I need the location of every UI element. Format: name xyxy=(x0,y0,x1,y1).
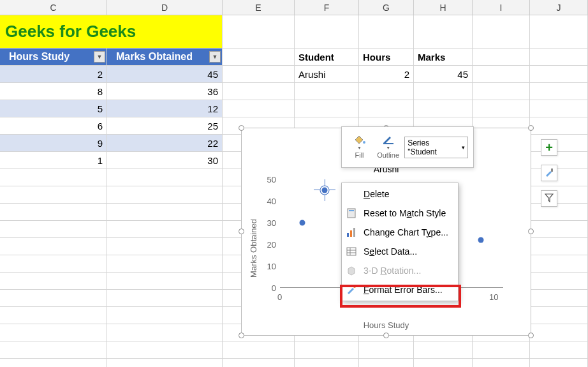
cell[interactable] xyxy=(107,290,223,307)
cell[interactable] xyxy=(0,221,107,238)
ctx-reset-style[interactable]: Reset to Match Style xyxy=(342,204,458,223)
cell[interactable] xyxy=(0,186,107,204)
cell[interactable] xyxy=(295,83,359,100)
cell[interactable] xyxy=(0,169,107,186)
cell[interactable] xyxy=(223,341,295,359)
cell[interactable] xyxy=(530,307,588,324)
cell[interactable] xyxy=(530,83,588,100)
cell[interactable] xyxy=(530,255,588,273)
cell[interactable] xyxy=(223,359,295,367)
cell[interactable] xyxy=(473,359,530,367)
cell[interactable] xyxy=(107,341,223,359)
cell[interactable] xyxy=(359,83,414,100)
cell[interactable] xyxy=(107,186,223,204)
cell[interactable] xyxy=(414,359,473,367)
cell[interactable] xyxy=(107,238,223,255)
cell[interactable] xyxy=(0,341,107,359)
cell[interactable] xyxy=(295,100,359,117)
chart-filters-button[interactable] xyxy=(541,190,557,207)
cell[interactable] xyxy=(223,49,295,66)
cell[interactable] xyxy=(530,221,588,238)
ctx-delete[interactable]: Delete xyxy=(342,184,458,204)
cell[interactable]: 45 xyxy=(414,66,473,83)
cell[interactable] xyxy=(530,341,588,359)
cell[interactable] xyxy=(530,135,588,152)
cell[interactable] xyxy=(530,324,588,341)
cell[interactable] xyxy=(473,83,530,100)
table-cell[interactable]: 30 xyxy=(107,152,223,169)
ctx-format-error-bars[interactable]: Format Error Bars... xyxy=(342,280,458,299)
table-cell[interactable]: 8 xyxy=(0,83,107,100)
table-cell[interactable]: 25 xyxy=(107,117,223,135)
title-banner[interactable]: Geeks for Geeks xyxy=(0,15,223,49)
colheader-h[interactable]: H xyxy=(414,0,473,15)
cell[interactable] xyxy=(473,15,530,49)
cell[interactable] xyxy=(530,359,588,367)
cell[interactable] xyxy=(223,100,295,117)
cell[interactable] xyxy=(414,15,473,49)
colheader-f[interactable]: F xyxy=(295,0,359,15)
cell[interactable] xyxy=(530,186,588,204)
colheader-d[interactable]: D xyxy=(107,0,223,15)
cell[interactable] xyxy=(473,100,530,117)
cell[interactable] xyxy=(0,307,107,324)
data-point[interactable] xyxy=(478,237,484,243)
cell[interactable] xyxy=(0,204,107,221)
cell[interactable] xyxy=(107,359,223,367)
cell[interactable] xyxy=(107,255,223,273)
cell[interactable] xyxy=(0,273,107,290)
cell[interactable] xyxy=(107,273,223,290)
colheader-i[interactable]: I xyxy=(473,0,530,15)
table-cell[interactable]: 5 xyxy=(0,100,107,117)
cell[interactable] xyxy=(530,100,588,117)
cell[interactable] xyxy=(530,152,588,169)
ctx-select-data[interactable]: Select Data... xyxy=(342,242,458,261)
table-header-hours[interactable]: Hours Study ▼ xyxy=(0,49,107,66)
table-cell[interactable]: 45 xyxy=(107,66,223,83)
table-cell[interactable]: 12 xyxy=(107,100,223,117)
cell[interactable] xyxy=(0,255,107,273)
cell[interactable] xyxy=(473,66,530,83)
colheader-e[interactable]: E xyxy=(223,0,295,15)
cell[interactable] xyxy=(530,117,588,135)
cell[interactable] xyxy=(0,290,107,307)
cell[interactable] xyxy=(359,100,414,117)
cell[interactable] xyxy=(107,204,223,221)
data-point[interactable] xyxy=(300,220,305,226)
fill-button[interactable]: ▼ Fill xyxy=(347,135,372,159)
cell[interactable] xyxy=(530,66,588,83)
table-cell[interactable]: 2 xyxy=(0,66,107,83)
colheader-g[interactable]: G xyxy=(359,0,414,15)
cell-hours-header[interactable]: Hours xyxy=(359,49,414,66)
cell[interactable] xyxy=(414,83,473,100)
cell[interactable] xyxy=(530,204,588,221)
cell[interactable] xyxy=(530,238,588,255)
cell[interactable] xyxy=(359,341,414,359)
cell[interactable] xyxy=(107,221,223,238)
cell[interactable] xyxy=(107,307,223,324)
filter-dropdown-icon[interactable]: ▼ xyxy=(209,51,221,63)
table-cell[interactable]: 9 xyxy=(0,135,107,152)
cell[interactable] xyxy=(530,273,588,290)
cell[interactable] xyxy=(223,83,295,100)
cell[interactable] xyxy=(0,324,107,341)
chart-styles-button[interactable] xyxy=(541,165,557,181)
table-cell[interactable]: 22 xyxy=(107,135,223,152)
cell[interactable]: 2 xyxy=(359,66,414,83)
table-cell[interactable]: 1 xyxy=(0,152,107,169)
cell[interactable] xyxy=(107,169,223,186)
cell[interactable] xyxy=(414,341,473,359)
cell[interactable] xyxy=(223,15,295,49)
cell-student-header[interactable]: Student xyxy=(295,49,359,66)
chart-x-axis-label[interactable]: Hours Study xyxy=(364,320,409,330)
cell[interactable] xyxy=(107,324,223,341)
chart-elements-button[interactable]: + xyxy=(541,139,557,156)
cell[interactable] xyxy=(530,169,588,186)
colheader-j[interactable]: J xyxy=(530,0,588,15)
cell-marks-header[interactable]: Marks xyxy=(414,49,473,66)
cell[interactable] xyxy=(295,15,359,49)
cell[interactable] xyxy=(530,290,588,307)
table-cell[interactable]: 36 xyxy=(107,83,223,100)
cell[interactable] xyxy=(223,66,295,83)
cell[interactable] xyxy=(530,49,588,66)
